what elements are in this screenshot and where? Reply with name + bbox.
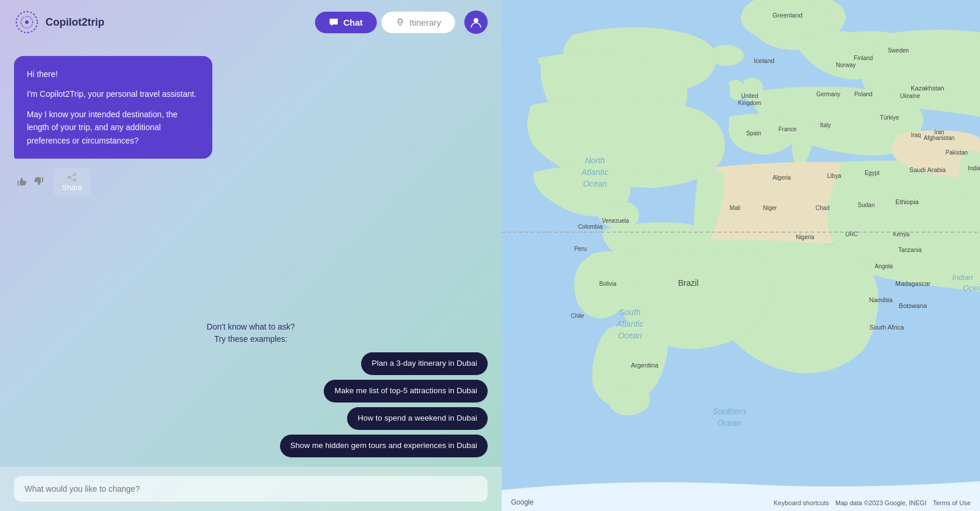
prompt-chip-4[interactable]: Show me hidden gem tours and experiences… bbox=[280, 435, 488, 457]
prompt-chip-2[interactable]: Make me list of top-5 attractions in Dub… bbox=[324, 380, 488, 402]
bubble-actions: Share bbox=[14, 168, 488, 197]
svg-text:Atlantic: Atlantic bbox=[616, 319, 643, 328]
attribution-keyboard: Keyboard shortcuts bbox=[774, 499, 829, 506]
svg-text:Indian: Indian bbox=[952, 273, 972, 282]
svg-text:Nigeria: Nigeria bbox=[796, 234, 814, 240]
svg-point-7 bbox=[68, 176, 70, 178]
svg-text:Argentina: Argentina bbox=[631, 362, 659, 369]
svg-text:Egypt: Egypt bbox=[864, 170, 880, 176]
svg-text:Ocean: Ocean bbox=[717, 418, 741, 428]
nav-tabs: Chat Itinerary bbox=[315, 12, 455, 33]
prompts-header-line2: Try these examples: bbox=[206, 333, 295, 345]
svg-text:Norway: Norway bbox=[836, 62, 856, 68]
user-icon bbox=[470, 16, 482, 29]
svg-text:Ocean: Ocean bbox=[963, 284, 980, 292]
svg-text:Ukraine: Ukraine bbox=[900, 93, 921, 99]
prompts-area: Don't know what to ask? Try these exampl… bbox=[0, 321, 502, 467]
svg-text:Colombia: Colombia bbox=[578, 223, 603, 230]
tab-itinerary[interactable]: Itinerary bbox=[382, 12, 455, 33]
tab-chat-label: Chat bbox=[343, 18, 362, 27]
map-google-label: Google bbox=[511, 498, 534, 506]
svg-text:Saudi Arabia: Saudi Arabia bbox=[909, 166, 946, 173]
prompts-header: Don't know what to ask? Try these exampl… bbox=[206, 321, 295, 345]
svg-text:Italy: Italy bbox=[820, 122, 831, 128]
map-pin-icon bbox=[396, 18, 405, 27]
svg-text:Chad: Chad bbox=[816, 205, 830, 211]
svg-text:Greenland: Greenland bbox=[772, 12, 802, 19]
thumbs-down-icon bbox=[34, 176, 44, 187]
thumbs-down-button[interactable] bbox=[32, 174, 47, 191]
svg-text:Atlantic: Atlantic bbox=[581, 167, 608, 177]
svg-text:Spain: Spain bbox=[746, 130, 761, 136]
svg-text:Niger: Niger bbox=[763, 205, 778, 211]
svg-text:Chile: Chile bbox=[571, 313, 584, 319]
bot-message-bubble: Hi there! I'm Copilot2Trip, your persona… bbox=[14, 56, 212, 159]
map-attribution: Keyboard shortcuts Map data ©2023 Google… bbox=[769, 499, 971, 506]
svg-text:France: France bbox=[778, 126, 797, 132]
svg-text:Mali: Mali bbox=[730, 205, 740, 211]
svg-text:Tanzania: Tanzania bbox=[898, 247, 922, 253]
logo-text: Copilot2trip bbox=[46, 16, 104, 29]
svg-text:South: South bbox=[620, 307, 641, 317]
svg-text:Poland: Poland bbox=[854, 91, 872, 97]
svg-text:Finland: Finland bbox=[854, 55, 873, 61]
prompts-header-line1: Don't know what to ask? bbox=[206, 321, 295, 333]
prompt-chip-1[interactable]: Plan a 3-day itinerary in Dubai bbox=[361, 352, 488, 375]
svg-text:Venezuela: Venezuela bbox=[602, 218, 629, 224]
svg-text:Madagascar: Madagascar bbox=[895, 280, 931, 287]
svg-text:Libya: Libya bbox=[827, 173, 841, 179]
svg-text:United: United bbox=[741, 93, 758, 99]
bot-message-line3: May I know your intended destination, th… bbox=[27, 108, 200, 147]
user-avatar[interactable] bbox=[464, 10, 488, 34]
chat-area: Hi there! I'm Copilot2Trip, your persona… bbox=[0, 44, 502, 321]
svg-point-5 bbox=[74, 173, 76, 175]
prompt-chip-3[interactable]: How to spend a weekend in Dubai bbox=[347, 407, 488, 430]
svg-text:Ocean: Ocean bbox=[618, 331, 642, 340]
svg-text:Namibia: Namibia bbox=[869, 296, 893, 303]
svg-text:Iceland: Iceland bbox=[754, 57, 774, 64]
svg-text:Bolivia: Bolivia bbox=[599, 281, 617, 287]
svg-text:Botswana: Botswana bbox=[899, 302, 928, 309]
svg-text:Ethiopia: Ethiopia bbox=[895, 198, 919, 205]
svg-point-6 bbox=[74, 179, 76, 181]
tab-itinerary-label: Itinerary bbox=[410, 18, 441, 27]
logo-area: Copilot2trip bbox=[14, 9, 306, 35]
share-button[interactable]: Share bbox=[54, 168, 90, 197]
svg-text:Sudan: Sudan bbox=[858, 202, 875, 208]
svg-text:Iraq: Iraq bbox=[911, 132, 921, 138]
svg-text:Algeria: Algeria bbox=[772, 174, 791, 181]
svg-text:South Africa: South Africa bbox=[869, 324, 904, 331]
svg-point-4 bbox=[474, 18, 478, 23]
svg-text:Afghanistan: Afghanistan bbox=[924, 135, 955, 141]
svg-text:Pakistan: Pakistan bbox=[946, 149, 968, 156]
svg-text:Southern: Southern bbox=[713, 407, 746, 416]
tab-chat[interactable]: Chat bbox=[315, 12, 376, 33]
logo-icon bbox=[14, 9, 40, 35]
bot-message-line2: I'm Copilot2Trip, your personal travel a… bbox=[27, 88, 200, 100]
svg-text:Brazil: Brazil bbox=[678, 278, 698, 288]
svg-text:Ocean: Ocean bbox=[583, 179, 607, 188]
bot-message-line1: Hi there! bbox=[27, 68, 200, 80]
svg-text:Angola: Angola bbox=[874, 263, 893, 270]
chat-input[interactable] bbox=[14, 476, 488, 502]
share-icon bbox=[67, 173, 76, 182]
attribution-terms: Terms of Use bbox=[933, 499, 971, 506]
attribution-mapdata: Map data ©2023 Google, INEGI bbox=[835, 499, 926, 506]
map-panel[interactable]: Greenland Iceland Norway Finland Sweden … bbox=[502, 0, 980, 511]
svg-text:Iran: Iran bbox=[934, 129, 944, 135]
svg-text:India: India bbox=[968, 165, 980, 172]
svg-text:Türkiye: Türkiye bbox=[880, 114, 900, 121]
svg-point-3 bbox=[398, 19, 402, 23]
svg-text:Sweden: Sweden bbox=[888, 47, 909, 54]
map-container: Greenland Iceland Norway Finland Sweden … bbox=[502, 0, 980, 511]
chat-icon bbox=[329, 18, 338, 27]
header: Copilot2trip Chat Itinerary bbox=[0, 0, 502, 44]
share-label: Share bbox=[62, 183, 82, 192]
svg-point-2 bbox=[25, 20, 29, 24]
svg-text:North: North bbox=[585, 156, 605, 165]
world-map-svg: Greenland Iceland Norway Finland Sweden … bbox=[502, 0, 980, 511]
svg-text:Kingdom: Kingdom bbox=[738, 100, 761, 106]
thumbs-up-button[interactable] bbox=[14, 174, 29, 191]
thumbs-up-icon bbox=[16, 176, 27, 187]
svg-text:Kazakhstan: Kazakhstan bbox=[911, 85, 944, 92]
